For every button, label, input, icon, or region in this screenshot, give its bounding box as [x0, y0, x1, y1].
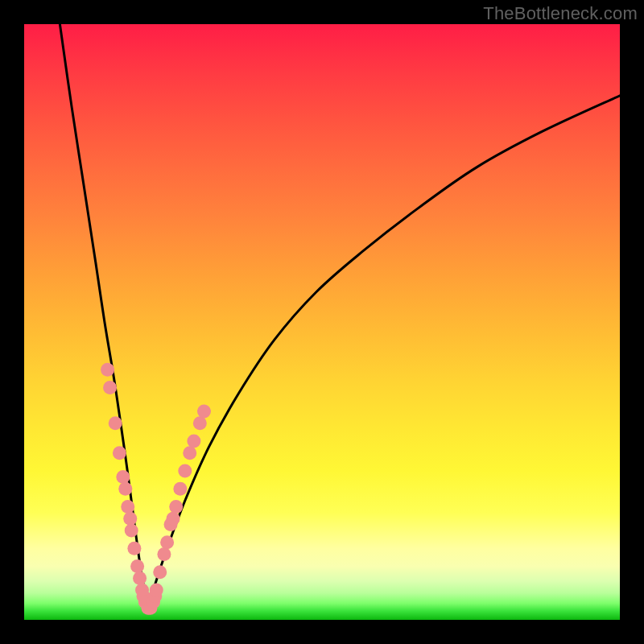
data-marker [167, 512, 180, 526]
data-marker [118, 482, 132, 496]
data-marker [193, 416, 207, 430]
data-marker [157, 547, 171, 561]
chart-frame: TheBottleneck.com [0, 0, 644, 644]
data-marker [121, 500, 134, 514]
data-marker [183, 446, 196, 460]
data-marker [123, 512, 137, 526]
data-marker [109, 416, 122, 430]
watermark-text: TheBottleneck.com [483, 3, 638, 24]
data-marker [153, 565, 167, 579]
data-marker [173, 482, 187, 496]
data-marker [116, 470, 130, 484]
data-marker [178, 464, 192, 478]
curve-segment [148, 96, 620, 608]
plot-area [24, 24, 620, 620]
data-marker [125, 524, 138, 538]
chart-svg [24, 24, 620, 620]
data-marker [127, 542, 141, 555]
data-marker [187, 435, 200, 448]
data-marker [169, 500, 183, 514]
data-marker [130, 559, 144, 573]
data-marker [150, 584, 163, 597]
data-marker [197, 405, 211, 419]
data-marker [101, 363, 114, 377]
data-marker [113, 446, 126, 460]
bottleneck-curve [60, 24, 620, 608]
data-marker [103, 381, 117, 394]
data-marker [133, 572, 147, 585]
data-marker [160, 535, 174, 549]
